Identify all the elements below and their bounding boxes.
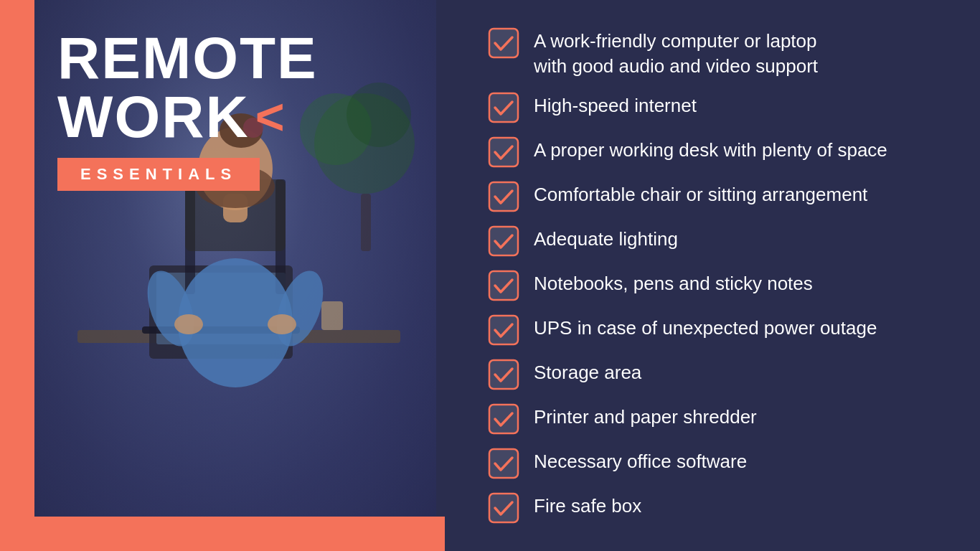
checkbox-icon	[488, 225, 519, 257]
svg-rect-26	[489, 227, 518, 255]
svg-rect-23	[489, 93, 518, 122]
checkbox-icon	[488, 181, 519, 212]
svg-rect-27	[489, 271, 518, 300]
svg-rect-32	[489, 494, 518, 522]
title-line1: REMOTE	[57, 29, 318, 88]
list-item-text: Notebooks, pens and sticky notes	[534, 268, 813, 296]
svg-rect-25	[489, 182, 518, 211]
bottom-accent-bar	[0, 517, 445, 551]
svg-rect-21	[361, 194, 371, 251]
title-remote: REMOTE	[57, 25, 318, 90]
essentials-badge-wrapper: ESSENTIALS	[57, 146, 318, 191]
checkbox-icon	[488, 92, 519, 123]
list-item-text: Comfortable chair or sitting arrangement	[534, 179, 867, 207]
list-item-text: Printer and paper shredder	[534, 402, 757, 430]
svg-point-20	[347, 83, 411, 147]
svg-rect-30	[489, 405, 518, 433]
title-work: WORK	[57, 88, 250, 146]
checkbox-icon	[488, 136, 519, 168]
list-item: Adequate lighting	[488, 218, 951, 263]
svg-rect-31	[489, 449, 518, 478]
svg-rect-4	[321, 301, 343, 330]
list-item-text: UPS in case of unexpected power outage	[534, 313, 877, 341]
title-line2-row: WORK <	[57, 88, 318, 146]
checkbox-icon	[488, 492, 519, 524]
list-item-text: Storage area	[534, 357, 641, 385]
checkbox-icon	[488, 403, 519, 435]
list-item: Necessary office software	[488, 441, 951, 485]
essentials-badge: ESSENTIALS	[57, 158, 260, 191]
list-item: A work-friendly computer or laptopwith g…	[488, 20, 951, 85]
list-item-text: Fire safe box	[534, 491, 641, 519]
content-panel: A work-friendly computer or laptopwith g…	[445, 0, 980, 551]
list-item: Comfortable chair or sitting arrangement	[488, 174, 951, 218]
svg-rect-28	[489, 316, 518, 344]
svg-rect-29	[489, 360, 518, 389]
list-item: Printer and paper shredder	[488, 396, 951, 441]
title-panel: REMOTE WORK < ESSENTIALS	[57, 29, 318, 191]
list-item-text: High-speed internet	[534, 90, 697, 118]
list-item-text: Adequate lighting	[534, 224, 678, 252]
svg-rect-22	[489, 29, 518, 57]
checkbox-icon	[488, 359, 519, 390]
checklist: A work-friendly computer or laptopwith g…	[488, 20, 951, 529]
checkbox-icon	[488, 448, 519, 479]
main-container: REMOTE WORK < ESSENTIALS A work-friendly…	[0, 0, 980, 551]
list-item: Storage area	[488, 352, 951, 396]
list-item-text: Necessary office software	[534, 446, 747, 474]
left-accent-bar	[0, 0, 34, 551]
title-arrow: <	[255, 88, 285, 146]
list-item: A proper working desk with plenty of spa…	[488, 129, 951, 174]
list-item: Fire safe box	[488, 485, 951, 529]
checkbox-icon	[488, 314, 519, 346]
svg-point-11	[174, 314, 203, 334]
list-item: UPS in case of unexpected power outage	[488, 307, 951, 352]
list-item-text: A work-friendly computer or laptopwith g…	[534, 26, 818, 79]
checkbox-icon	[488, 27, 519, 59]
list-item: Notebooks, pens and sticky notes	[488, 263, 951, 307]
list-item-text: A proper working desk with plenty of spa…	[534, 135, 887, 163]
svg-rect-24	[489, 138, 518, 166]
svg-point-12	[268, 314, 296, 334]
checkbox-icon	[488, 270, 519, 301]
list-item: High-speed internet	[488, 85, 951, 129]
